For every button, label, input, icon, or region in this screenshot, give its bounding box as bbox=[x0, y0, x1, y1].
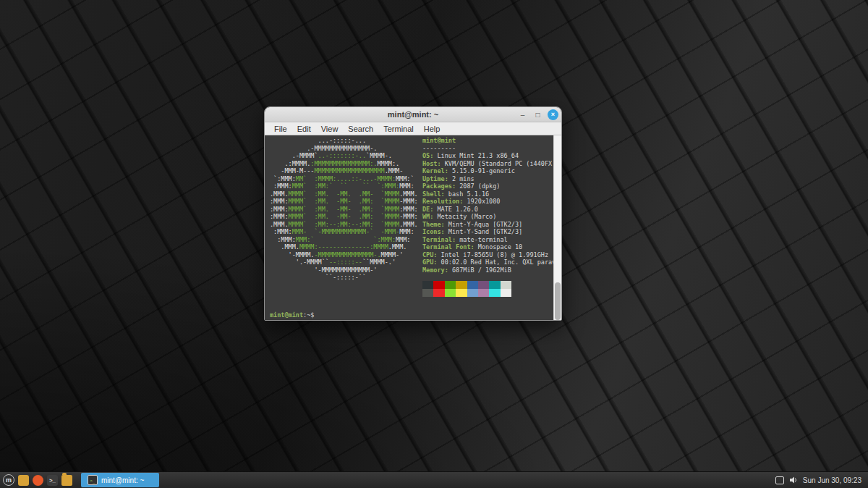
palette-swatch bbox=[433, 289, 444, 297]
show-desktop-icon[interactable] bbox=[18, 475, 29, 486]
menu-file[interactable]: File bbox=[269, 125, 292, 133]
palette-swatch bbox=[422, 289, 433, 297]
scrollbar-thumb[interactable] bbox=[555, 282, 561, 320]
terminal-icon: >_ bbox=[88, 475, 98, 485]
taskbar-window-button[interactable]: >_ mint@mint: ~ bbox=[81, 473, 159, 487]
palette-swatch bbox=[489, 281, 500, 289]
prompt-symbol: $ bbox=[310, 311, 318, 319]
terminal-launcher-icon[interactable]: >_ bbox=[47, 475, 58, 486]
terminal-color-palette bbox=[422, 281, 556, 297]
palette-swatch bbox=[456, 289, 467, 297]
maximize-button[interactable]: □ bbox=[532, 109, 543, 120]
minimize-button[interactable]: – bbox=[517, 109, 528, 120]
shell-prompt: mint@mint:~$ bbox=[270, 311, 318, 319]
palette-swatch bbox=[445, 281, 456, 289]
menu-help[interactable]: Help bbox=[419, 125, 446, 133]
menu-view[interactable]: View bbox=[316, 125, 344, 133]
volume-icon[interactable] bbox=[789, 476, 798, 484]
palette-swatch bbox=[478, 281, 489, 289]
neofetch-output: ...-:::::-... .-MMMMMMMMMMMMMMM-. .-MMMM… bbox=[270, 137, 561, 297]
window-titlebar[interactable]: mint@mint: ~ –□× bbox=[265, 107, 561, 122]
prompt-user-host: mint@mint bbox=[270, 311, 303, 319]
taskbar: m>_ >_ mint@mint: ~ Sun Jun 30, 09:23 bbox=[0, 471, 868, 488]
palette-swatch bbox=[422, 281, 433, 289]
palette-swatch bbox=[501, 289, 511, 297]
taskbar-clock[interactable]: Sun Jun 30, 09:23 bbox=[803, 476, 861, 484]
system-tray: Sun Jun 30, 09:23 bbox=[775, 476, 868, 484]
palette-swatch bbox=[433, 281, 444, 289]
neofetch-info: mint@mint --------- OS: Linux Mint 21.3 … bbox=[422, 137, 556, 274]
terminal-content[interactable]: ...-:::::-... .-MMMMMMMMMMMMMMM-. .-MMMM… bbox=[265, 135, 561, 321]
palette-swatch bbox=[467, 281, 478, 289]
terminal-window: mint@mint: ~ –□× FileEditViewSearchTermi… bbox=[264, 106, 562, 321]
neofetch-info-column: mint@mint --------- OS: Linux Mint 21.3 … bbox=[422, 137, 556, 297]
firefox-icon[interactable] bbox=[33, 475, 43, 486]
taskbar-launchers: m>_ bbox=[0, 474, 72, 486]
palette-swatch bbox=[489, 289, 500, 297]
palette-swatch bbox=[456, 281, 467, 289]
palette-swatch bbox=[467, 289, 478, 297]
menu-search[interactable]: Search bbox=[343, 125, 378, 133]
palette-swatch bbox=[501, 281, 511, 289]
palette-swatch bbox=[478, 289, 489, 297]
close-button[interactable]: × bbox=[548, 109, 558, 120]
mint-menu-icon[interactable]: m bbox=[3, 474, 14, 486]
taskbar-window-label: mint@mint: ~ bbox=[101, 476, 144, 484]
window-title: mint@mint: ~ bbox=[388, 110, 438, 119]
terminal-scrollbar[interactable] bbox=[553, 135, 561, 321]
menu-terminal[interactable]: Terminal bbox=[378, 125, 419, 133]
neofetch-ascii-art: ...-:::::-... .-MMMMMMMMMMMMMMM-. .-MMMM… bbox=[270, 137, 422, 282]
menu-edit[interactable]: Edit bbox=[292, 125, 316, 133]
desktop-background[interactable]: mint@mint: ~ –□× FileEditViewSearchTermi… bbox=[0, 0, 868, 488]
menubar: FileEditViewSearchTerminalHelp bbox=[265, 122, 561, 135]
window-controls: –□× bbox=[517, 107, 558, 122]
file-manager-icon[interactable] bbox=[61, 475, 72, 486]
window-selector-icon[interactable] bbox=[775, 476, 784, 484]
palette-swatch bbox=[445, 289, 456, 297]
